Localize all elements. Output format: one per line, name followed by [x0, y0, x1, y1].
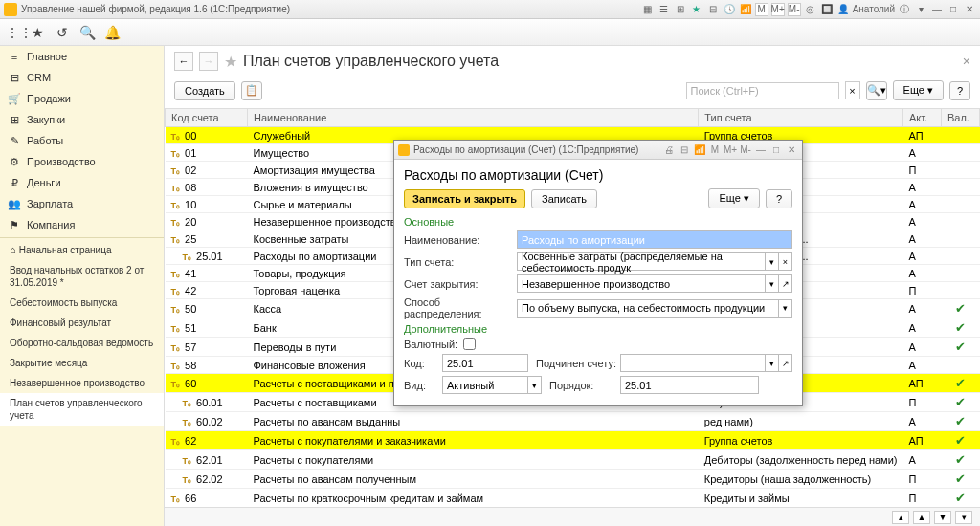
info-icon[interactable]: ⓘ [898, 3, 911, 16]
table-row[interactable]: T₀ 62Расчеты с покупателями и заказчикам… [166, 431, 980, 450]
sidebar-sub-item[interactable]: ⌂ Начальная страница [0, 240, 164, 260]
field-code[interactable]: 25.01 [442, 354, 528, 372]
tb-icon[interactable]: 🔲 [820, 3, 834, 16]
field-kind[interactable]: Активный [442, 376, 528, 394]
th-type[interactable]: Тип счета [699, 109, 903, 127]
scroll-bottom-button[interactable]: ▾ [955, 511, 972, 524]
dlg-m-plus[interactable]: M+ [724, 144, 737, 155]
user-name[interactable]: Анатолий [853, 3, 895, 16]
open-icon[interactable]: ↗ [779, 354, 792, 372]
copy-button[interactable]: 📋 [241, 81, 262, 100]
sidebar-sub-item[interactable]: Оборотно-сальдовая ведомость [0, 333, 164, 353]
sidebar-sub-item[interactable]: Закрытие месяца [0, 353, 164, 373]
dd-icon[interactable]: ▾ [766, 252, 779, 271]
more-button[interactable]: Еще ▾ [893, 80, 944, 100]
star-icon[interactable]: ★ [27, 22, 48, 43]
fav-star-icon[interactable]: ★ [224, 53, 237, 71]
tb-icon[interactable]: ◎ [804, 3, 817, 16]
dlg-m-minus[interactable]: M- [739, 144, 752, 155]
sidebar-item[interactable]: 👥Зарплата [0, 193, 164, 214]
sidebar-item[interactable]: ⊟CRM [0, 67, 164, 88]
clear-icon[interactable]: × [779, 252, 792, 271]
m-minus-button[interactable]: M- [788, 3, 801, 16]
forward-button[interactable]: → [199, 52, 218, 71]
dd-icon[interactable]: ▾ [766, 274, 779, 293]
scroll-up-button[interactable]: ▲ [913, 511, 930, 524]
save-close-button[interactable]: Записать и закрыть [404, 189, 525, 208]
back-button[interactable]: ← [174, 52, 193, 71]
field-order[interactable]: 25.01 [620, 376, 759, 394]
create-button[interactable]: Создать [174, 81, 235, 100]
table-row[interactable]: T₀ 66Расчеты по краткосрочным кредитам и… [166, 489, 980, 508]
m-button[interactable]: M [755, 3, 768, 16]
dlg-max-icon[interactable]: □ [769, 144, 783, 155]
sidebar-label: Компания [27, 219, 75, 230]
dlg-min-icon[interactable]: — [754, 144, 768, 155]
dialog-help-button[interactable]: ? [766, 189, 792, 208]
scroll-down-button[interactable]: ▼ [934, 511, 951, 524]
checkbox-currency[interactable] [463, 338, 476, 350]
dialog-logo-icon [398, 144, 410, 156]
search-icon[interactable]: 🔍 [77, 22, 98, 43]
tb-icon[interactable]: ★ [690, 3, 703, 16]
scroll-top-button[interactable]: ▴ [892, 511, 909, 524]
tb-icon[interactable]: ▦ [641, 3, 655, 16]
sidebar-item[interactable]: 🛒Продажи [0, 88, 164, 109]
field-close-acc[interactable]: Незавершенное производство [517, 274, 766, 293]
tb-icon[interactable]: 📶 [739, 3, 752, 16]
dlg-m[interactable]: M [708, 144, 722, 155]
table-row[interactable]: T₀ 62.02Расчеты по авансам полученнымКре… [166, 470, 980, 489]
dlg-icon[interactable]: 🖨 [662, 144, 676, 155]
close-icon[interactable]: ✕ [963, 3, 976, 16]
sidebar-item[interactable]: ⚑Компания [0, 214, 164, 235]
minimize-icon[interactable]: — [930, 3, 944, 16]
open-icon[interactable]: ↗ [779, 274, 792, 293]
bell-icon[interactable]: 🔔 [101, 22, 122, 43]
sidebar-sub-item[interactable]: План счетов управленческого учета [0, 393, 164, 426]
search-input[interactable]: Поиск (Ctrl+F) [686, 82, 839, 99]
close-tab-icon[interactable]: × [963, 54, 970, 69]
tb-icon[interactable]: ☰ [657, 3, 671, 16]
dialog-more-button[interactable]: Еще ▾ [708, 188, 759, 208]
field-name[interactable]: Расходы по амортизации [517, 230, 792, 249]
history-icon[interactable]: ↺ [52, 22, 73, 43]
dd-icon[interactable]: ▾ [779, 299, 792, 318]
m-plus-button[interactable]: M+ [771, 3, 785, 16]
th-code[interactable]: Код счета [166, 109, 248, 127]
save-button[interactable]: Записать [531, 189, 597, 208]
field-parent[interactable] [620, 354, 766, 372]
sidebar-item[interactable]: ≡Главное [0, 46, 164, 67]
sidebar-item[interactable]: ⊞Закупки [0, 109, 164, 130]
sidebar-item[interactable]: ₽Деньги [0, 172, 164, 193]
help-button[interactable]: ? [949, 81, 970, 100]
clear-search-button[interactable]: × [845, 81, 860, 99]
dlg-icon[interactable]: 📶 [693, 144, 706, 155]
th-name[interactable]: Наименование [248, 109, 699, 127]
tb-icon[interactable]: ⊞ [674, 3, 687, 16]
dlg-icon[interactable]: ⊟ [678, 144, 691, 155]
dd-icon[interactable]: ▾ [914, 3, 927, 16]
dlg-close-icon[interactable]: ✕ [785, 144, 798, 155]
user-icon[interactable]: 👤 [836, 3, 850, 16]
sidebar-item[interactable]: ✎Работы [0, 130, 164, 151]
sidebar-sub-item[interactable]: Себестоимость выпуска [0, 293, 164, 313]
sidebar-sub-item[interactable]: Незавершенное производство [0, 373, 164, 393]
dialog-titlebar[interactable]: Расходы по амортизации (Счет) (1С:Предпр… [394, 141, 802, 160]
sidebar-label: Продажи [27, 93, 71, 104]
search-button[interactable]: 🔍▾ [866, 81, 887, 100]
dd-icon[interactable]: ▾ [766, 354, 779, 372]
th-act[interactable]: Акт. [903, 109, 942, 127]
field-type[interactable]: Косвенные затраты (распределяемые на себ… [517, 252, 766, 271]
maximize-icon[interactable]: □ [947, 3, 960, 16]
field-distr[interactable]: По объему выпуска, на себестоимость прод… [517, 299, 779, 318]
table-row[interactable]: T₀ 60.02Расчеты по авансам выданныред на… [166, 412, 980, 431]
tb-icon[interactable]: 🕓 [723, 3, 736, 16]
sidebar-sub-item[interactable]: Ввод начальных остатков 2 от 31.05.2019 … [0, 260, 164, 293]
apps-icon[interactable]: ⋮⋮⋮ [2, 22, 23, 43]
sidebar-item[interactable]: ⚙Производство [0, 151, 164, 172]
sidebar-sub-item[interactable]: Финансовый результат [0, 313, 164, 333]
tb-icon[interactable]: ⊟ [706, 3, 720, 16]
th-val[interactable]: Вал. [942, 109, 980, 127]
table-row[interactable]: T₀ 62.01Расчеты с покупателямиДебиторы (… [166, 450, 980, 470]
dd-icon[interactable]: ▾ [528, 376, 542, 394]
